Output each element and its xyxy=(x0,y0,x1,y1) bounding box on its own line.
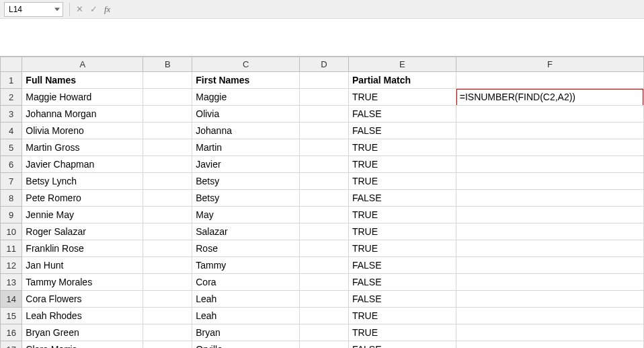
select-all-corner[interactable] xyxy=(1,57,22,72)
col-header-D[interactable]: D xyxy=(300,57,349,72)
cell[interactable] xyxy=(300,190,349,207)
cell[interactable]: Tammy Morales xyxy=(22,274,143,291)
cell[interactable] xyxy=(456,274,643,291)
row-header[interactable]: 4 xyxy=(1,123,22,139)
cell[interactable] xyxy=(143,223,192,240)
cell[interactable] xyxy=(456,291,643,308)
cell[interactable] xyxy=(456,341,643,349)
cell[interactable] xyxy=(143,207,192,223)
cell[interactable]: Full Names xyxy=(22,72,143,89)
cell[interactable] xyxy=(300,123,349,139)
col-header-B[interactable]: B xyxy=(143,57,192,72)
cell[interactable] xyxy=(300,207,349,223)
cell[interactable] xyxy=(456,156,643,173)
cell[interactable]: Javier Chapman xyxy=(22,156,143,173)
cell[interactable] xyxy=(456,257,643,274)
cell[interactable]: FALSE xyxy=(348,341,456,349)
cell[interactable]: Bryan Green xyxy=(22,324,143,341)
cell[interactable] xyxy=(143,89,192,106)
cell[interactable] xyxy=(456,139,643,156)
cell[interactable]: Betsy Lynch xyxy=(22,173,143,190)
cell[interactable]: Olivia Moreno xyxy=(22,123,143,139)
cell[interactable] xyxy=(143,308,192,324)
sheet-table[interactable]: A B C D E F 1 Full Names First Names Par… xyxy=(0,57,644,348)
row-header[interactable]: 12 xyxy=(1,257,22,274)
cell[interactable]: Leah xyxy=(192,291,300,308)
cell[interactable] xyxy=(300,223,349,240)
cell[interactable] xyxy=(456,324,643,341)
cell[interactable]: Roger Salazar xyxy=(22,223,143,240)
cell[interactable] xyxy=(300,156,349,173)
row-header[interactable]: 5 xyxy=(1,139,22,156)
cell[interactable] xyxy=(143,106,192,123)
cell[interactable]: Cora xyxy=(192,274,300,291)
cell[interactable]: Franklin Rose xyxy=(22,240,143,257)
cell[interactable]: Johanna Morgan xyxy=(22,106,143,123)
cell[interactable] xyxy=(143,156,192,173)
cell[interactable]: Martin xyxy=(192,139,300,156)
cell[interactable]: Jan Hunt xyxy=(22,257,143,274)
cell[interactable]: TRUE xyxy=(348,156,456,173)
cell[interactable] xyxy=(456,207,643,223)
cell[interactable]: =ISNUMBER(FIND(C2,A2)) xyxy=(456,89,643,106)
cell[interactable]: Maggie Howard xyxy=(22,89,143,106)
cell[interactable]: Clara Morris xyxy=(22,341,143,349)
row-header[interactable]: 11 xyxy=(1,240,22,257)
cell[interactable] xyxy=(456,173,643,190)
cell[interactable] xyxy=(300,324,349,341)
cell[interactable] xyxy=(143,190,192,207)
cell[interactable]: Betsy xyxy=(192,190,300,207)
cell[interactable]: Pete Romero xyxy=(22,190,143,207)
cell[interactable] xyxy=(300,139,349,156)
cell[interactable]: Cora Flowers xyxy=(22,291,143,308)
cell[interactable] xyxy=(456,240,643,257)
cell[interactable] xyxy=(143,240,192,257)
cell[interactable] xyxy=(300,341,349,349)
cell[interactable]: Olivia xyxy=(192,106,300,123)
cell[interactable]: TRUE xyxy=(348,240,456,257)
cell[interactable] xyxy=(143,173,192,190)
cell[interactable]: FALSE xyxy=(348,291,456,308)
row-header[interactable]: 13 xyxy=(1,274,22,291)
cell[interactable]: TRUE xyxy=(348,89,456,106)
cell[interactable]: Salazar xyxy=(192,223,300,240)
cell[interactable]: First Names xyxy=(192,72,300,89)
cell[interactable]: Leah xyxy=(192,308,300,324)
row-header[interactable]: 8 xyxy=(1,190,22,207)
cell[interactable]: Javier xyxy=(192,156,300,173)
formula-bar-input[interactable] xyxy=(0,19,644,56)
name-box[interactable]: L14 xyxy=(4,2,63,17)
cell[interactable]: TRUE xyxy=(348,324,456,341)
cell[interactable]: TRUE xyxy=(348,207,456,223)
cell[interactable] xyxy=(456,123,643,139)
cell[interactable]: May xyxy=(192,207,300,223)
cell[interactable] xyxy=(300,308,349,324)
chevron-down-icon[interactable] xyxy=(54,7,60,11)
cell[interactable]: TRUE xyxy=(348,223,456,240)
cell[interactable] xyxy=(300,89,349,106)
cell[interactable] xyxy=(143,324,192,341)
col-header-A[interactable]: A xyxy=(22,57,143,72)
cell[interactable] xyxy=(143,274,192,291)
cell[interactable] xyxy=(300,240,349,257)
cell[interactable]: Martin Gross xyxy=(22,139,143,156)
row-header[interactable]: 3 xyxy=(1,106,22,123)
row-header[interactable]: 10 xyxy=(1,223,22,240)
row-header[interactable]: 7 xyxy=(1,173,22,190)
cell[interactable] xyxy=(143,291,192,308)
cell[interactable] xyxy=(300,291,349,308)
cell[interactable]: TRUE xyxy=(348,173,456,190)
cell[interactable] xyxy=(300,106,349,123)
row-header[interactable]: 17 xyxy=(1,341,22,349)
cell[interactable]: Johanna xyxy=(192,123,300,139)
cell[interactable] xyxy=(300,173,349,190)
cell[interactable]: Tammy xyxy=(192,257,300,274)
cell[interactable]: Rose xyxy=(192,240,300,257)
cell[interactable] xyxy=(456,223,643,240)
cell[interactable] xyxy=(143,139,192,156)
cancel-icon[interactable]: ✕ xyxy=(76,4,83,14)
confirm-icon[interactable]: ✓ xyxy=(90,4,97,14)
cell[interactable] xyxy=(456,106,643,123)
cell[interactable]: FALSE xyxy=(348,257,456,274)
row-header[interactable]: 14 xyxy=(1,291,22,308)
